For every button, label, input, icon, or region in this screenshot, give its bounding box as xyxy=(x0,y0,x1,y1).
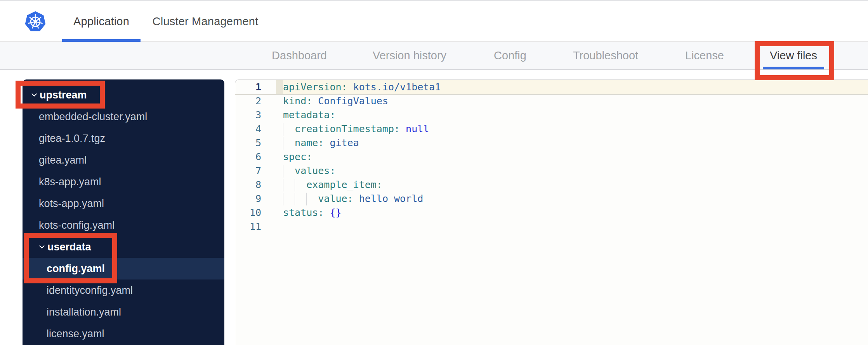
code-text: value: hello world xyxy=(283,192,423,206)
header-tab-label: Application xyxy=(73,15,129,28)
token-p: : xyxy=(306,151,312,162)
tree-item-identityconfig-yaml[interactable]: identityconfig.yaml xyxy=(23,279,224,301)
tree-item-installation-yaml[interactable]: installation.yaml xyxy=(23,301,224,323)
token-k: value xyxy=(318,193,347,204)
code-text: apiVersion: kots.io/v1beta1 xyxy=(283,80,441,94)
code-line-1[interactable]: 1apiVersion: kots.io/v1beta1 xyxy=(235,80,868,94)
code-text: creationTimestamp: null xyxy=(283,122,429,136)
chevron-down-icon[interactable] xyxy=(30,91,38,99)
code-text: example_item: xyxy=(283,178,382,192)
subnav-tab-dashboard[interactable]: Dashboard xyxy=(265,42,334,69)
token-v: hello world xyxy=(359,193,424,204)
tree-item-embedded-cluster-yaml[interactable]: embedded-cluster.yaml xyxy=(23,106,224,128)
code-line-8[interactable]: 8example_item: xyxy=(235,178,868,192)
code-text: metadata: xyxy=(283,108,335,122)
chevron-down-icon[interactable] xyxy=(38,243,46,251)
line-number: 3 xyxy=(235,108,261,122)
line-number: 1 xyxy=(235,80,261,94)
code-line-2[interactable]: 2kind: ConfigValues xyxy=(235,94,868,108)
token-p: : xyxy=(330,109,335,121)
file-name: installation.yaml xyxy=(47,306,121,318)
header-tab-application[interactable]: Application xyxy=(62,1,141,42)
line-number: 10 xyxy=(235,206,261,220)
file-name: license.yaml xyxy=(47,328,104,340)
code-line-6[interactable]: 6spec: xyxy=(235,150,868,164)
token-v: gitea xyxy=(330,137,359,148)
subnav-tab-label: Troubleshoot xyxy=(573,49,638,62)
app-subnav: DashboardVersion historyConfigTroublesho… xyxy=(0,42,868,70)
file-name: gitea-1.0.7.tgz xyxy=(39,133,105,145)
file-name: kots-app.yaml xyxy=(39,198,104,210)
token-k: metadata xyxy=(283,109,330,121)
folder-name: userdata xyxy=(47,241,91,253)
tree-item-upstream[interactable]: upstream xyxy=(23,84,224,106)
code-line-4[interactable]: 4creationTimestamp: null xyxy=(235,122,868,136)
tree-item-kots-app-yaml[interactable]: kots-app.yaml xyxy=(23,193,224,214)
tree-item-license-yaml[interactable]: license.yaml xyxy=(23,323,224,345)
line-number: 11 xyxy=(235,220,261,234)
line-number: 4 xyxy=(235,122,261,136)
token-p: : xyxy=(394,123,406,135)
subnav-tab-version-history[interactable]: Version history xyxy=(366,42,453,69)
line-number: 6 xyxy=(235,150,261,164)
token-k: kind xyxy=(283,95,306,107)
token-p: : xyxy=(330,165,335,176)
file-name: k8s-app.yaml xyxy=(39,176,101,188)
tree-item-gitea-1-0-7-tgz[interactable]: gitea-1.0.7.tgz xyxy=(23,128,224,149)
subnav-tab-label: Version history xyxy=(373,49,446,62)
line-number: 8 xyxy=(235,178,261,192)
subnav-tab-label: Config xyxy=(494,49,526,62)
subnav-tab-view-files[interactable]: View files xyxy=(763,42,824,69)
line-number: 5 xyxy=(235,136,261,150)
folder-name: upstream xyxy=(40,89,87,101)
kubernetes-logo-icon[interactable] xyxy=(24,10,46,33)
line-number: 7 xyxy=(235,164,261,178)
code-text: name: gitea xyxy=(283,136,359,150)
code-line-11[interactable]: 11 xyxy=(235,220,868,234)
code-text: values: xyxy=(283,164,335,178)
subnav-tab-label: View files xyxy=(770,49,817,62)
file-name: embedded-cluster.yaml xyxy=(39,111,147,123)
subnav-tab-license[interactable]: License xyxy=(678,42,731,69)
kots-admin-console: ApplicationCluster Management DashboardV… xyxy=(0,0,868,345)
code-text: kind: ConfigValues xyxy=(283,94,388,108)
code-editor[interactable]: 1apiVersion: kots.io/v1beta12kind: Confi… xyxy=(235,79,868,345)
line-number: 2 xyxy=(235,94,261,108)
token-k: name xyxy=(295,137,318,148)
token-p: : xyxy=(377,179,382,190)
tree-item-gitea-yaml[interactable]: gitea.yaml xyxy=(23,149,224,171)
token-p: : xyxy=(347,193,359,204)
tree-item-k8s-app-yaml[interactable]: k8s-app.yaml xyxy=(23,171,224,193)
token-v: kots.io/v1beta1 xyxy=(353,81,441,93)
token-k: apiVersion xyxy=(283,81,342,93)
token-p: : xyxy=(318,207,330,218)
file-tree-sidebar: upstreamembedded-cluster.yamlgitea-1.0.7… xyxy=(23,79,224,345)
line-number: 9 xyxy=(235,192,261,206)
token-v: ConfigValues xyxy=(318,95,388,107)
header-tab-cluster-management[interactable]: Cluster Management xyxy=(141,1,270,42)
code-lines: 1apiVersion: kots.io/v1beta12kind: Confi… xyxy=(235,80,868,234)
code-line-3[interactable]: 3metadata: xyxy=(235,108,868,122)
token-k: spec xyxy=(283,151,306,162)
tree-item-userdata[interactable]: userdata xyxy=(23,236,224,258)
tree-item-config-yaml[interactable]: config.yaml xyxy=(23,258,224,279)
file-name: identityconfig.yaml xyxy=(47,285,133,297)
token-p: : xyxy=(318,137,330,148)
app-header: ApplicationCluster Management xyxy=(0,0,868,42)
file-name: gitea.yaml xyxy=(39,154,87,166)
code-text: status: {} xyxy=(283,206,342,220)
subnav-tab-config[interactable]: Config xyxy=(487,42,533,69)
token-k: creationTimestamp xyxy=(295,123,394,135)
token-k: status xyxy=(283,207,318,218)
code-line-10[interactable]: 10status: {} xyxy=(235,206,868,220)
tree-item-kots-config-yaml[interactable]: kots-config.yaml xyxy=(23,214,224,236)
token-k: example_item xyxy=(306,179,377,190)
code-line-5[interactable]: 5name: gitea xyxy=(235,136,868,150)
code-text: spec: xyxy=(283,150,312,164)
subnav-tab-troubleshoot[interactable]: Troubleshoot xyxy=(566,42,645,69)
file-name: config.yaml xyxy=(47,263,105,275)
token-k: values xyxy=(295,165,330,176)
code-line-9[interactable]: 9value: hello world xyxy=(235,192,868,206)
code-line-7[interactable]: 7values: xyxy=(235,164,868,178)
subnav-tab-label: Dashboard xyxy=(272,49,327,62)
